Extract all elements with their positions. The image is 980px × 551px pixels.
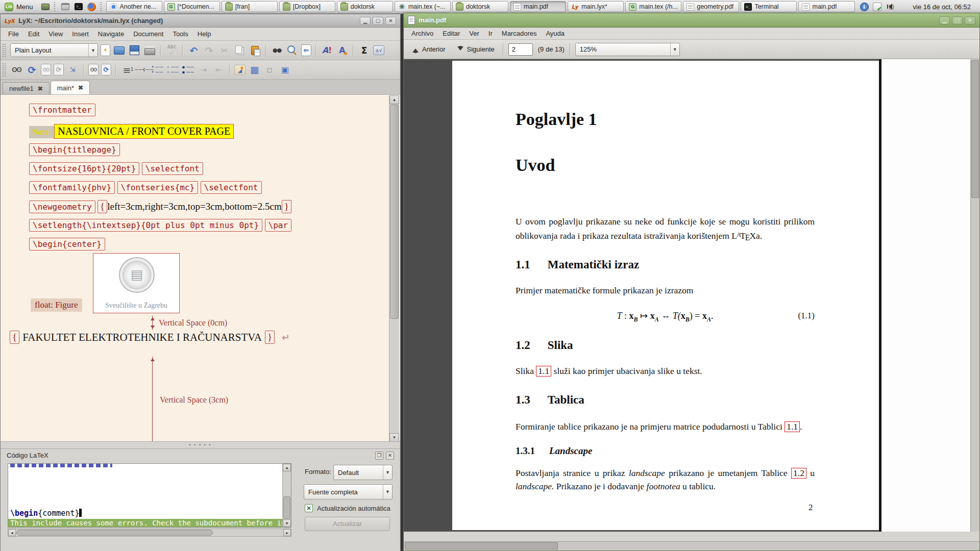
lyx-document-area[interactable]: \frontmatter Note:NASLOVNICA / FRONT COV… (1, 95, 400, 441)
redo-icon[interactable] (203, 44, 215, 57)
close-icon[interactable]: ✖ (78, 84, 83, 91)
toolbar-grip[interactable] (3, 44, 6, 57)
menu-ayuda[interactable]: Ayuda (541, 28, 569, 39)
close-button[interactable]: ✕ (385, 17, 396, 25)
cover-title-text[interactable]: FAKULTET ELEKTROTEHNIKE I RAČUNARSTVA (22, 331, 262, 344)
taskbar-window-button[interactable]: main.tex (~... (395, 1, 451, 12)
show-desktop-icon[interactable] (40, 1, 51, 12)
zoom-icon[interactable] (286, 44, 299, 57)
close-icon[interactable]: ✖ (38, 85, 43, 92)
taskbar-window-button[interactable]: [Dropbox] (279, 1, 335, 12)
scroll-down-icon[interactable]: ▼ (283, 519, 291, 527)
next-page-button[interactable]: Siguiente (454, 44, 498, 55)
pdf-content-area[interactable]: Poglavlje 1 Uvod U ovom poglavlju prikaz… (404, 59, 979, 532)
save-document-icon[interactable] (128, 44, 141, 57)
note-inset-content[interactable]: NASLOVNICA / FRONT COVER PAGE (54, 124, 234, 139)
menu-file[interactable]: File (4, 28, 23, 40)
update-manager-icon[interactable]: i (860, 3, 869, 11)
close-panel-icon[interactable]: ✕ (386, 452, 394, 460)
scroll-down-icon[interactable]: ▼ (389, 433, 399, 441)
spellcheck-icon[interactable] (165, 44, 178, 57)
scrollbar-thumb[interactable] (405, 542, 558, 549)
scrollbar-thumb[interactable] (390, 105, 399, 319)
update-other-icon[interactable] (101, 64, 111, 76)
ert-begin-center[interactable]: \begin{center} (29, 238, 105, 251)
taskbar-window-button[interactable]: main.pdf (510, 1, 566, 12)
menu-navigate[interactable]: Navigate (93, 28, 129, 40)
actualizar-button[interactable]: Actualizar (305, 517, 390, 531)
decrease-depth-icon[interactable] (212, 63, 225, 76)
ert-fontseries[interactable]: \fontseries{mc} (117, 181, 199, 194)
ert-open-brace[interactable]: { (97, 200, 107, 213)
vspace-large-label[interactable]: Vertical Space (3cm) (160, 395, 228, 405)
ert-fontfamily[interactable]: \fontfamily{phv} (29, 181, 115, 194)
menu-tools[interactable]: Tools (168, 28, 192, 40)
taskbar-window-button[interactable]: [fran] (222, 1, 278, 12)
insert-label-icon[interactable] (263, 63, 276, 76)
note-inset-label[interactable]: Note: (29, 126, 54, 138)
update-output-icon[interactable] (26, 63, 38, 76)
taskbar-window-button[interactable]: doktorsk (452, 1, 508, 12)
table-reference-link[interactable]: 1.1 (785, 421, 800, 432)
latex-source-view[interactable]: \begin{comment} This include causes some… (8, 463, 291, 528)
geometry-arguments[interactable]: left=3cm,right=3cm,top=3cm,bottom=2.5cm (107, 201, 282, 212)
menu-marcadores[interactable]: Marcadores (497, 28, 542, 39)
view-other-icon[interactable] (88, 64, 99, 76)
update-master-icon[interactable] (54, 64, 64, 76)
source-vertical-scrollbar[interactable]: ▲ ▼ (282, 464, 291, 527)
lyx-titlebar[interactable]: LyX LyX: ~/Escritorio/doktorsk/main.lyx … (1, 14, 400, 28)
menu-ir[interactable]: Ir (484, 28, 497, 39)
firefox-launcher-icon[interactable] (86, 1, 97, 12)
float-figure-label[interactable]: float: Figure (31, 298, 82, 312)
minimize-button[interactable]: ▁ (939, 16, 950, 24)
ert-close-brace[interactable]: } (265, 331, 275, 344)
toolbar-grip[interactable] (3, 63, 6, 77)
view-output-icon[interactable] (10, 63, 23, 76)
numbered-list-icon[interactable] (136, 63, 149, 76)
document-scrollbar[interactable]: ▲ ▼ (389, 95, 399, 441)
ert-begin-titlepage[interactable]: \begin{titlepage} (29, 143, 120, 156)
new-document-icon[interactable] (101, 44, 110, 56)
menu-button[interactable]: Lm Menu (2, 1, 38, 13)
figure-inset[interactable]: Sveučilište u Zagrebu (93, 253, 180, 313)
scroll-right-icon[interactable]: ► (283, 529, 291, 536)
scrollbar-thumb[interactable] (16, 530, 213, 536)
ert-fontsize[interactable]: \fontsize{16pt}{20pt} (29, 162, 139, 175)
menu-editar[interactable]: Editar (438, 28, 464, 39)
vspace-large-arrow-icon[interactable] (152, 357, 153, 441)
taskbar-window-button[interactable]: main.tex (/h... (625, 1, 681, 12)
ert-close-brace[interactable]: } (282, 200, 291, 213)
cut-icon[interactable] (218, 44, 231, 57)
menu-archivo[interactable]: Archivo (407, 28, 438, 39)
taskbar-window-button[interactable]: Another ne... (106, 1, 162, 12)
volume-icon[interactable]: ))) (886, 3, 894, 11)
math-panel-icon[interactable] (373, 45, 384, 55)
pdf-horizontal-scrollbar[interactable] (404, 541, 979, 550)
copy-icon[interactable] (233, 44, 246, 57)
paste-icon[interactable] (249, 44, 261, 57)
print-icon[interactable] (143, 44, 156, 57)
description-list-icon[interactable] (182, 63, 194, 76)
tab-main[interactable]: main* ✖ (51, 81, 90, 94)
labeling-list-icon[interactable] (166, 63, 179, 76)
tablet-tool-icon[interactable] (896, 1, 909, 13)
scroll-up-icon[interactable]: ▲ (283, 464, 291, 471)
find-replace-icon[interactable] (271, 44, 283, 57)
ert-setlength[interactable]: \setlength{\intextsep}{0pt plus 0pt minu… (29, 219, 262, 232)
table-reference-link[interactable]: 1.2 (791, 468, 806, 479)
menu-edit[interactable]: Edit (23, 28, 44, 40)
taskbar-window-button[interactable]: doktorsk (337, 1, 393, 12)
minimize-button[interactable]: ▁ (360, 17, 371, 25)
pdf-titlebar[interactable]: main.pdf ▁ ▢ ✕ (404, 13, 979, 28)
terminal-launcher-icon[interactable]: >_ (73, 1, 84, 12)
scroll-left-icon[interactable]: ◄ (8, 529, 16, 536)
clock[interactable]: vie 16 de oct, 06:52 (911, 3, 975, 11)
goto-bookmark-icon[interactable] (301, 44, 311, 56)
math-sum-icon[interactable] (358, 44, 371, 57)
emphasis-icon[interactable] (321, 44, 333, 57)
insert-box-icon[interactable] (279, 63, 291, 76)
cover-title-line[interactable]: { FAKULTET ELEKTROTEHNIKE I RAČUNARSTVA … (10, 331, 290, 344)
zoom-combo[interactable]: 125% ▼ (575, 43, 680, 56)
pane-splitter[interactable]: • • • • • (1, 441, 400, 449)
taskbar-window-button[interactable]: main.lyx* (568, 1, 624, 12)
